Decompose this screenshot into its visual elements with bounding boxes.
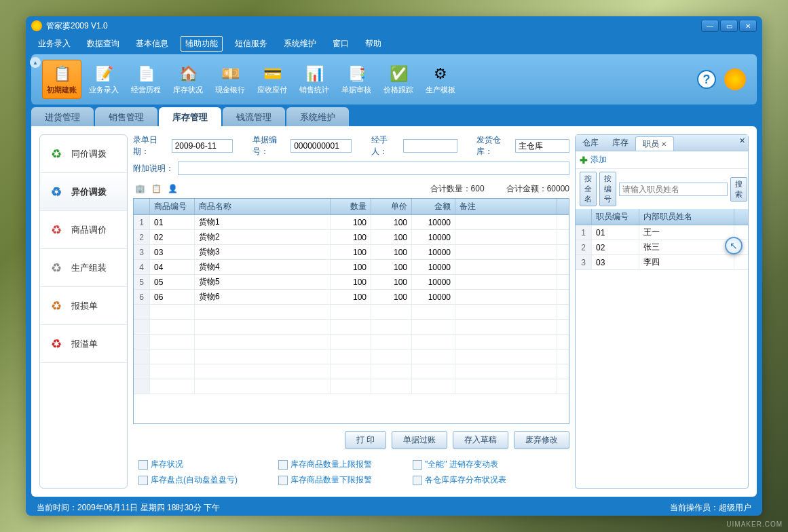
note-input[interactable] <box>178 162 569 175</box>
action-button[interactable]: 单据过账 <box>392 431 447 449</box>
link[interactable]: 库存商品数量下限报警 <box>278 474 372 486</box>
toolbar-button[interactable]: ⚙生产模板 <box>421 60 460 99</box>
toolbar-collapse-icon[interactable]: ▲ <box>30 57 41 68</box>
right-tab[interactable]: 库存 <box>605 135 635 151</box>
toggle-code[interactable]: 按编号 <box>599 172 616 206</box>
main-tab[interactable]: 进货管理 <box>31 107 94 126</box>
table-row[interactable] <box>134 364 569 379</box>
column-header[interactable]: 职员编号 <box>592 209 639 225</box>
table-row[interactable]: 202货物210010010000 <box>134 230 569 245</box>
menu-item[interactable]: 帮助 <box>361 37 386 51</box>
table-row[interactable]: 101王一 <box>576 225 748 240</box>
main-tab[interactable]: 库存管理 <box>159 107 221 126</box>
right-tab[interactable]: 仓库 <box>576 135 605 151</box>
link[interactable]: 库存商品数量上限报警 <box>278 459 372 470</box>
close-button[interactable]: ✕ <box>739 20 757 32</box>
search-button[interactable]: 搜索 <box>730 177 747 202</box>
toolbar-button[interactable]: 💴现金银行 <box>210 60 250 99</box>
app-window: 管家婆2009 V1.0 — ▭ ✕ 业务录入数据查询基本信息辅助功能短信服务系… <box>26 16 762 516</box>
grid-icon-1[interactable]: 🏢 <box>133 182 147 195</box>
table-row[interactable]: 606货物610010010000 <box>134 290 569 305</box>
main-tab[interactable]: 销售管理 <box>95 107 157 126</box>
table-row[interactable] <box>134 320 569 335</box>
sum-qty: 600 <box>471 184 485 193</box>
action-button[interactable]: 打 印 <box>345 431 386 449</box>
nav-item[interactable]: ♻同价调拨 <box>40 135 127 173</box>
table-row[interactable]: 202张三 <box>576 240 748 255</box>
menu-item[interactable]: 数据查询 <box>83 37 124 51</box>
menu-item[interactable]: 短信服务 <box>231 37 271 51</box>
help-button[interactable]: ? <box>697 70 716 89</box>
toolbar-button[interactable]: 📊销售统计 <box>295 60 334 99</box>
toolbar-button[interactable]: 📄经营历程 <box>126 60 166 99</box>
column-header[interactable]: 数量 <box>331 199 371 214</box>
action-button[interactable]: 存入草稿 <box>453 431 508 449</box>
right-tab[interactable]: 职员 ✕ <box>635 136 674 151</box>
toggle-fullname[interactable]: 按全名 <box>580 172 597 206</box>
right-grid[interactable]: 职员编号内部职员姓名 101王一202张三303李四 <box>576 209 748 488</box>
table-row[interactable] <box>134 305 569 320</box>
link-icon <box>138 460 148 470</box>
menu-item[interactable]: 业务录入 <box>34 37 75 51</box>
action-button[interactable]: 废弃修改 <box>514 431 569 449</box>
search-input[interactable] <box>619 183 728 196</box>
tool-icon: 📄 <box>135 64 157 83</box>
link[interactable]: 库存盘点(自动盘盈盘亏) <box>138 474 238 486</box>
right-panel: ✕ 仓库库存职员 ✕ ✚ 添加 按全名 按编号 搜索 职员编号内部职员姓名 10… <box>575 134 749 489</box>
titlebar[interactable]: 管家婆2009 V1.0 — ▭ ✕ <box>26 16 762 35</box>
link-icon <box>413 460 422 470</box>
nav-item[interactable]: ♻生产组装 <box>40 249 127 287</box>
toolbar-button[interactable]: ✅价格跟踪 <box>379 60 418 99</box>
nav-item[interactable]: ♻异价调拨 <box>40 173 127 211</box>
main-tab[interactable]: 钱流管理 <box>223 107 285 126</box>
table-row[interactable] <box>134 335 569 349</box>
table-row[interactable]: 505货物510010010000 <box>134 275 569 290</box>
toolbar-button[interactable]: 💳应收应付 <box>252 60 292 99</box>
docnum-input[interactable] <box>290 139 352 153</box>
column-header[interactable]: 金额 <box>412 199 455 214</box>
nav-item[interactable]: ♻报损单 <box>40 287 127 325</box>
toolbar-button[interactable]: 📋初期建账 <box>42 60 81 99</box>
column-header[interactable]: 备注 <box>455 199 557 214</box>
toolbar-button[interactable]: 🏠库存状况 <box>168 60 208 99</box>
status-user: 超级用户 <box>719 502 751 514</box>
table-row[interactable]: 101货物110010010000 <box>134 215 569 230</box>
link[interactable]: 库存状况 <box>138 459 238 470</box>
orb-icon[interactable] <box>724 69 746 90</box>
nav-icon: ♻ <box>48 184 64 200</box>
center-panel: 录单日期： 单据编号： 经手人： 发货仓库： 附加说明： <box>133 134 569 489</box>
grid-icon-2[interactable]: 📋 <box>149 182 163 195</box>
link[interactable]: 各仓库库存分布状况表 <box>413 474 506 486</box>
minimize-button[interactable]: — <box>701 20 719 32</box>
menu-item[interactable]: 系统维护 <box>280 37 320 51</box>
add-button[interactable]: 添加 <box>590 154 607 166</box>
handler-input[interactable] <box>403 139 457 153</box>
menu-item[interactable]: 窗口 <box>329 37 353 51</box>
column-header[interactable]: 商品编号 <box>150 199 195 214</box>
tab-close-icon[interactable]: ✕ <box>661 140 667 148</box>
column-header[interactable]: 单价 <box>371 199 412 214</box>
toolbar-button[interactable]: 📝业务录入 <box>84 60 124 99</box>
column-header[interactable]: 内部职员姓名 <box>639 209 734 225</box>
toolbar-button[interactable]: 📑单据审核 <box>337 60 376 99</box>
main-grid[interactable]: 商品编号商品名称数量单价金额备注 101货物110010010000202货物2… <box>133 198 569 424</box>
main-tab[interactable]: 系统维护 <box>286 107 349 126</box>
table-row[interactable]: 303货物310010010000 <box>134 245 569 260</box>
nav-item[interactable]: ♻商品调价 <box>40 211 127 249</box>
table-row[interactable]: 303李四 <box>576 255 748 270</box>
warehouse-input[interactable] <box>515 139 569 153</box>
column-header[interactable]: 商品名称 <box>195 199 331 214</box>
column-header[interactable] <box>134 199 150 214</box>
date-input[interactable] <box>172 139 233 153</box>
maximize-button[interactable]: ▭ <box>720 20 738 32</box>
link[interactable]: "全能" 进销存变动表 <box>413 459 506 470</box>
table-row[interactable]: 404货物410010010000 <box>134 260 569 275</box>
person-icon[interactable]: 👤 <box>166 182 179 195</box>
table-row[interactable] <box>134 379 569 394</box>
column-header[interactable] <box>576 209 592 225</box>
menu-item[interactable]: 基本信息 <box>132 37 172 51</box>
table-row[interactable] <box>134 349 569 364</box>
nav-item[interactable]: ♻报溢单 <box>40 325 127 363</box>
menu-item[interactable]: 辅助功能 <box>181 36 223 52</box>
panel-close-icon[interactable]: ✕ <box>739 136 745 145</box>
